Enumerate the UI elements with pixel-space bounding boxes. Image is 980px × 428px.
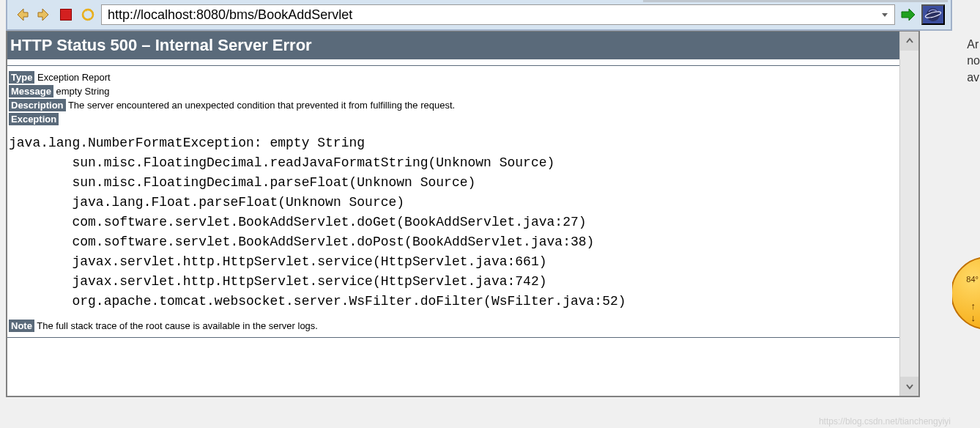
- refresh-button[interactable]: [79, 6, 97, 23]
- divider: [7, 337, 899, 338]
- back-arrow-icon: [15, 7, 29, 22]
- side-text: Ar: [967, 37, 980, 53]
- stacktrace: java.lang.NumberFormatException: empty S…: [7, 133, 899, 311]
- stop-button[interactable]: [57, 6, 75, 23]
- scroll-down-button[interactable]: [900, 377, 919, 396]
- chevron-down-icon: [905, 381, 915, 391]
- note-label: Note: [9, 320, 34, 332]
- eclipse-button[interactable]: [921, 4, 945, 25]
- exception-line: Exception: [7, 114, 899, 125]
- note-value: The full stack trace of the root cause i…: [34, 320, 318, 331]
- url-dropdown-icon[interactable]: [880, 10, 889, 19]
- scroll-up-button[interactable]: [900, 32, 919, 51]
- browser-content: HTTP Status 500 – Internal Server Error …: [6, 31, 920, 397]
- side-text: av: [967, 70, 980, 86]
- vertical-scrollbar[interactable]: [899, 32, 918, 396]
- refresh-icon: [81, 7, 95, 22]
- divider: [7, 65, 899, 66]
- widget-temp: 84°: [966, 275, 979, 284]
- status-title: HTTP Status 500 – Internal Server Error: [7, 32, 899, 59]
- widget-arrows: ↑↓: [971, 300, 976, 323]
- back-button[interactable]: [13, 6, 31, 23]
- error-page: HTTP Status 500 – Internal Server Error …: [7, 32, 899, 338]
- sidebar-cutoff: Ar no av: [967, 37, 980, 86]
- forward-arrow-icon: [37, 7, 51, 22]
- border-decoration: [643, 0, 948, 2]
- message-value: empty String: [53, 86, 110, 97]
- watermark: https://blog.csdn.net/tianchengyiyi: [819, 416, 951, 427]
- go-button[interactable]: [899, 6, 917, 23]
- chevron-up-icon: [905, 36, 915, 46]
- message-line: Message empty String: [7, 86, 899, 97]
- type-value: Exception Report: [34, 72, 110, 83]
- floating-widget[interactable]: 84° ↑↓: [952, 257, 980, 352]
- stop-icon: [60, 9, 72, 21]
- url-bar-wrapper: [101, 4, 895, 25]
- browser-toolbar: [6, 0, 952, 31]
- url-input[interactable]: [101, 4, 895, 25]
- exception-label: Exception: [9, 113, 59, 125]
- type-line: Type Exception Report: [7, 72, 899, 83]
- eclipse-icon: [924, 6, 942, 23]
- description-line: Description The server encountered an un…: [7, 100, 899, 111]
- widget-background: [952, 257, 980, 330]
- forward-button[interactable]: [35, 6, 53, 23]
- note-line: Note The full stack trace of the root ca…: [7, 320, 899, 331]
- type-label: Type: [9, 71, 34, 84]
- side-text: no: [967, 53, 980, 69]
- go-arrow-icon: [900, 7, 916, 22]
- description-label: Description: [9, 99, 66, 111]
- message-label: Message: [9, 85, 53, 97]
- description-value: The server encountered an unexpected con…: [66, 100, 456, 111]
